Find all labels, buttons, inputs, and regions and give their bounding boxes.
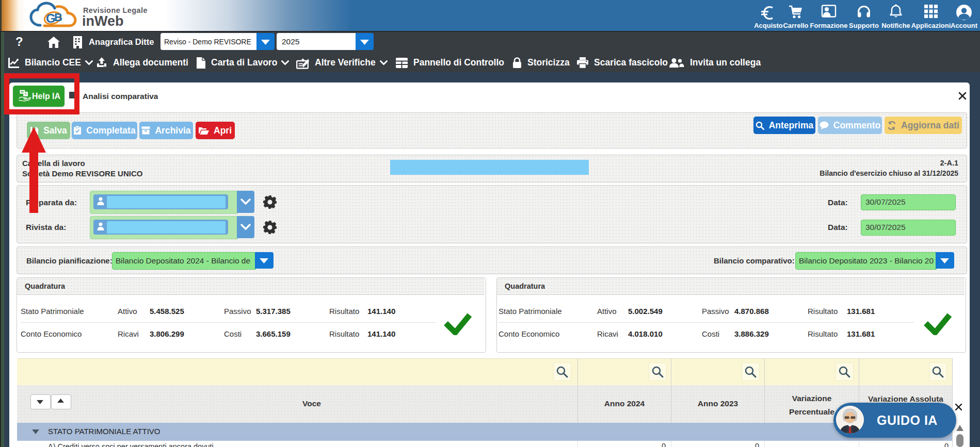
svg-text:B: B	[54, 11, 62, 24]
